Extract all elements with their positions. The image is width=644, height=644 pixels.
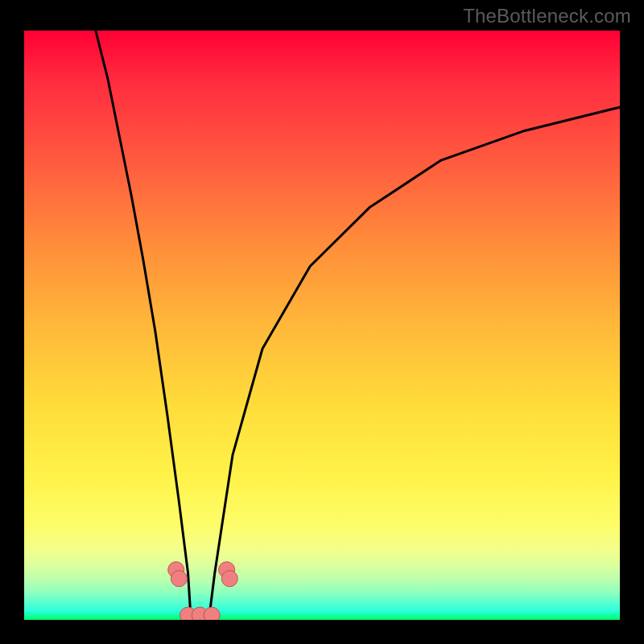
plot-area: [24, 31, 620, 620]
curve-left-branch: [96, 31, 191, 620]
chart-frame: TheBottleneck.com: [0, 0, 644, 644]
marker-point: [204, 607, 220, 620]
marker-point: [221, 571, 237, 587]
curve-layer: [24, 31, 620, 620]
marker-point: [171, 571, 187, 587]
curve-right-branch: [208, 107, 620, 620]
watermark-text: TheBottleneck.com: [463, 5, 631, 27]
